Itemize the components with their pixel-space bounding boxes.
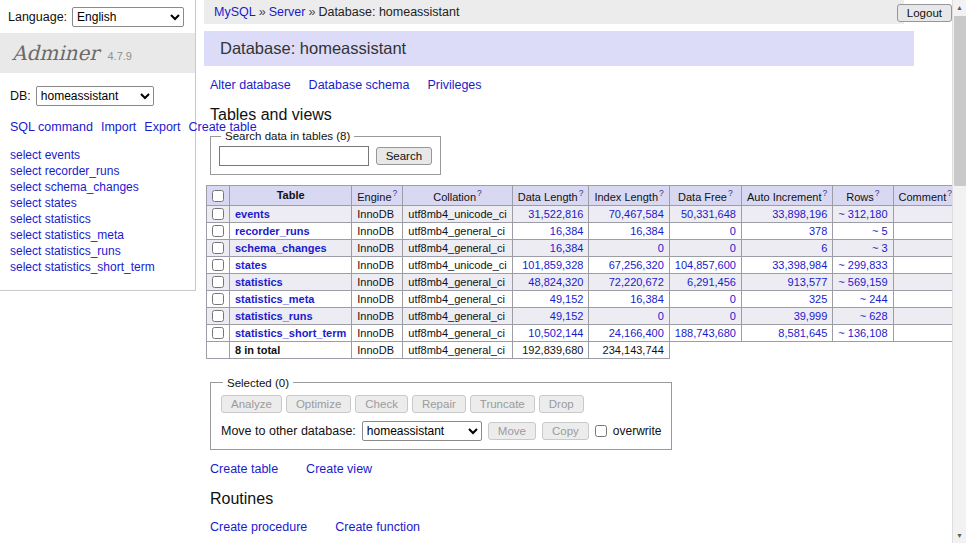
column-help-index-length[interactable]: ?	[659, 188, 664, 198]
index-length-link[interactable]: 0	[658, 242, 664, 254]
sidebar-select-statistics-link[interactable]: select statistics	[10, 212, 185, 227]
index-length-link[interactable]: 24,166,400	[609, 327, 664, 339]
search-button[interactable]: Search	[376, 147, 432, 165]
rows-link[interactable]: ~ 628	[860, 310, 888, 322]
row-checkbox-recorder_runs[interactable]	[212, 225, 224, 237]
sidebar-select-states-link[interactable]: select states	[10, 196, 185, 211]
adminer-home-link[interactable]: Adminer	[12, 41, 99, 65]
auto-increment-link[interactable]: 913,577	[788, 276, 828, 288]
data-length-link[interactable]: 48,824,320	[528, 276, 583, 288]
auto-increment-link[interactable]: 39,999	[794, 310, 828, 322]
data-free-link[interactable]: 50,331,648	[681, 208, 736, 220]
data-length-link[interactable]: 16,384	[550, 242, 584, 254]
row-checkbox-statistics[interactable]	[212, 276, 224, 288]
data-free-link[interactable]: 0	[730, 242, 736, 254]
table-link-events[interactable]: events	[235, 208, 270, 220]
rows-link[interactable]: ~ 5	[872, 225, 888, 237]
scrollbar-down-button[interactable]: ▼	[953, 528, 966, 543]
sidebar-select-events-link[interactable]: select events	[10, 148, 185, 163]
data-length-link[interactable]: 16,384	[550, 225, 584, 237]
check-button[interactable]: Check	[355, 395, 408, 413]
rows-link[interactable]: ~ 569,159	[838, 276, 887, 288]
column-help-rows[interactable]: ?	[875, 188, 880, 198]
row-checkbox-schema_changes[interactable]	[212, 242, 224, 254]
data-length-link[interactable]: 49,152	[550, 310, 584, 322]
scrollbar[interactable]: ▲ ▼	[952, 0, 966, 543]
data-free-link[interactable]: 188,743,680	[675, 327, 736, 339]
row-checkbox-events[interactable]	[212, 208, 224, 220]
index-length-link[interactable]: 0	[658, 310, 664, 322]
action-link-privileges[interactable]: Privileges	[427, 78, 481, 92]
data-free-link[interactable]: 0	[730, 310, 736, 322]
sidebar-select-schema-changes-link[interactable]: select schema_changes	[10, 180, 185, 195]
index-length-link[interactable]: 67,256,320	[609, 259, 664, 271]
row-checkbox-states[interactable]	[212, 259, 224, 271]
search-input[interactable]	[219, 146, 369, 166]
overwrite-checkbox[interactable]	[595, 425, 607, 437]
repair-button[interactable]: Repair	[412, 395, 466, 413]
drop-button[interactable]: Drop	[539, 395, 584, 413]
sidebar-select-statistics-meta-link[interactable]: select statistics_meta	[10, 228, 185, 243]
table-link-schema_changes[interactable]: schema_changes	[235, 242, 327, 254]
data-length-link[interactable]: 101,859,328	[522, 259, 583, 271]
scrollbar-up-button[interactable]: ▲	[953, 0, 966, 15]
index-length-link[interactable]: 72,220,672	[609, 276, 664, 288]
table-link-statistics_meta[interactable]: statistics_meta	[235, 293, 315, 305]
action-link-alter-database[interactable]: Alter database	[210, 78, 291, 92]
copy-button[interactable]: Copy	[542, 422, 589, 440]
table-link-statistics[interactable]: statistics	[235, 276, 283, 288]
sidebar-select-statistics-runs-link[interactable]: select statistics_runs	[10, 244, 185, 259]
optimize-button[interactable]: Optimize	[286, 395, 351, 413]
sidebar-link-import[interactable]: Import	[101, 120, 136, 134]
data-free-link[interactable]: 0	[730, 293, 736, 305]
link-create-view[interactable]: Create view	[306, 462, 372, 476]
breadcrumb-mysql-link[interactable]: MySQL	[214, 5, 256, 19]
auto-increment-link[interactable]: 33,898,196	[772, 208, 827, 220]
column-help-data-free[interactable]: ?	[728, 188, 733, 198]
link-create-table[interactable]: Create table	[210, 462, 278, 476]
db-select[interactable]: homeassistant	[36, 86, 154, 106]
row-checkbox-statistics_short_term[interactable]	[212, 327, 224, 339]
link-create-procedure[interactable]: Create procedure	[210, 520, 307, 534]
select-all-checkbox[interactable]	[212, 190, 224, 202]
data-length-link[interactable]: 31,522,816	[528, 208, 583, 220]
index-length-link[interactable]: 70,467,584	[609, 208, 664, 220]
index-length-link[interactable]: 16,384	[630, 293, 664, 305]
table-link-statistics_short_term[interactable]: statistics_short_term	[235, 327, 346, 339]
sidebar-link-sql-command[interactable]: SQL command	[10, 120, 93, 134]
column-help-data-length[interactable]: ?	[579, 188, 584, 198]
move-db-select[interactable]: homeassistant	[362, 421, 482, 441]
data-free-link[interactable]: 104,857,600	[675, 259, 736, 271]
data-length-link[interactable]: 49,152	[550, 293, 584, 305]
breadcrumb-server-link[interactable]: Server	[269, 5, 306, 19]
scrollbar-thumb[interactable]	[954, 16, 966, 186]
move-button[interactable]: Move	[488, 422, 536, 440]
table-link-statistics_runs[interactable]: statistics_runs	[235, 310, 313, 322]
column-help-auto-increment[interactable]: ?	[823, 188, 828, 198]
data-free-link[interactable]: 6,291,456	[687, 276, 736, 288]
auto-increment-link[interactable]: 8,581,645	[778, 327, 827, 339]
logout-button[interactable]: Logout	[897, 4, 952, 22]
sidebar-link-export[interactable]: Export	[144, 120, 180, 134]
rows-link[interactable]: ~ 3	[872, 242, 888, 254]
column-help-engine[interactable]: ?	[393, 188, 398, 198]
auto-increment-link[interactable]: 325	[809, 293, 827, 305]
rows-link[interactable]: ~ 299,833	[838, 259, 887, 271]
action-link-database-schema[interactable]: Database schema	[309, 78, 410, 92]
analyze-button[interactable]: Analyze	[221, 395, 282, 413]
auto-increment-link[interactable]: 33,398,984	[772, 259, 827, 271]
row-checkbox-statistics_meta[interactable]	[212, 293, 224, 305]
index-length-link[interactable]: 16,384	[630, 225, 664, 237]
link-create-function[interactable]: Create function	[335, 520, 420, 534]
data-free-link[interactable]: 0	[730, 225, 736, 237]
column-help-collation[interactable]: ?	[477, 188, 482, 198]
data-length-link[interactable]: 10,502,144	[528, 327, 583, 339]
language-select[interactable]: English	[72, 7, 184, 27]
truncate-button[interactable]: Truncate	[470, 395, 535, 413]
auto-increment-link[interactable]: 6	[821, 242, 827, 254]
rows-link[interactable]: ~ 312,180	[838, 208, 887, 220]
auto-increment-link[interactable]: 378	[809, 225, 827, 237]
table-link-recorder_runs[interactable]: recorder_runs	[235, 225, 310, 237]
sidebar-select-statistics-short-term-link[interactable]: select statistics_short_term	[10, 260, 185, 275]
rows-link[interactable]: ~ 244	[860, 293, 888, 305]
